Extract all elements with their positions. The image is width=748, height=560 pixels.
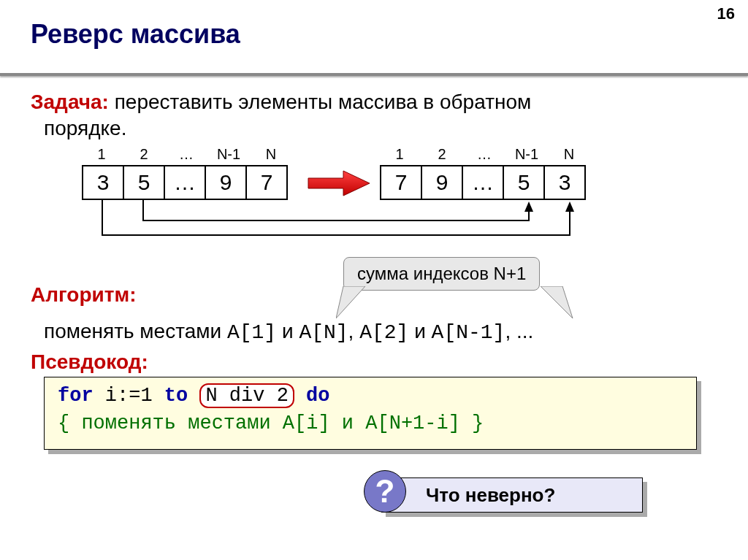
idx-cell: N: [548, 146, 590, 163]
svg-marker-0: [308, 171, 370, 196]
arr-cell: …: [165, 166, 206, 199]
title-divider: [0, 73, 748, 76]
idx-cell: N: [250, 146, 292, 163]
idx-cell: 2: [123, 146, 165, 163]
arr-cell: 7: [381, 166, 422, 199]
task-label: Задача:: [31, 91, 109, 113]
swap-an: A[N]: [299, 321, 348, 344]
balloon-callout: сумма индексов N+1: [343, 257, 540, 291]
swap-an1: A[N-1]: [432, 321, 505, 344]
svg-marker-1: [336, 286, 365, 318]
swap-description: поменять местами A[1] и A[N], A[2] и A[N…: [44, 320, 533, 344]
kw-do: do: [306, 385, 329, 407]
swap-and1: и: [276, 320, 299, 342]
task-line: Задача: переставить элементы массива в о…: [31, 91, 531, 114]
swap-sep: ,: [348, 320, 360, 342]
code-highlight: N div 2: [199, 383, 294, 408]
question-text: Что неверно?: [426, 484, 555, 507]
question-box: Что неверно?: [381, 477, 643, 513]
arr-cell: 5: [504, 166, 545, 199]
swap-arrows-icon: [73, 199, 599, 257]
arr-cell: 9: [422, 166, 463, 199]
right-array-indices: 1 2 … N-1 N: [378, 146, 590, 163]
swap-and2: и: [408, 320, 431, 342]
idx-cell: 1: [80, 146, 123, 163]
idx-cell: N-1: [207, 146, 250, 163]
pseudocode-label: Псевдокод:: [31, 350, 148, 374]
task-text-1: переставить элементы массива в обратном: [109, 91, 531, 113]
idx-cell: N-1: [505, 146, 548, 163]
idx-cell: 1: [378, 146, 421, 163]
slide-title: Реверс массива: [31, 19, 240, 50]
kw-for: for: [58, 385, 94, 407]
left-array-indices: 1 2 … N-1 N: [80, 146, 292, 163]
swap-prefix: поменять местами: [44, 320, 227, 342]
code-ivar: i:=1: [94, 385, 164, 407]
arr-cell: 7: [247, 166, 286, 199]
transform-arrow-icon: [307, 169, 373, 197]
algorithm-label: Алгоритм:: [31, 283, 136, 307]
arr-cell: 3: [545, 166, 584, 199]
codebox: for i:=1 to N div 2 do { поменять местам…: [44, 377, 697, 450]
idx-cell: 2: [421, 146, 463, 163]
arr-cell: 5: [124, 166, 165, 199]
code-line-1: for i:=1 to N div 2 do: [58, 385, 683, 407]
idx-cell: …: [463, 146, 505, 163]
swap-tail: , ...: [505, 320, 533, 342]
kw-to: to: [164, 385, 188, 407]
swap-a1: A[1]: [227, 321, 276, 344]
right-array: 7 9 … 5 3: [380, 165, 586, 200]
arr-cell: 9: [206, 166, 247, 199]
arr-cell: 3: [83, 166, 124, 199]
task-text-2: порядке.: [44, 117, 126, 140]
code-line-2: { поменять местами A[i] и A[N+1-i] }: [58, 413, 683, 434]
balloon-pointer-icon: [336, 286, 584, 323]
page-number: 16: [717, 4, 735, 23]
svg-marker-2: [541, 286, 573, 318]
swap-a2: A[2]: [359, 321, 408, 344]
left-array: 3 5 … 9 7: [82, 165, 288, 200]
arr-cell: …: [463, 166, 504, 199]
idx-cell: …: [165, 146, 207, 163]
question-icon: ?: [364, 470, 406, 513]
